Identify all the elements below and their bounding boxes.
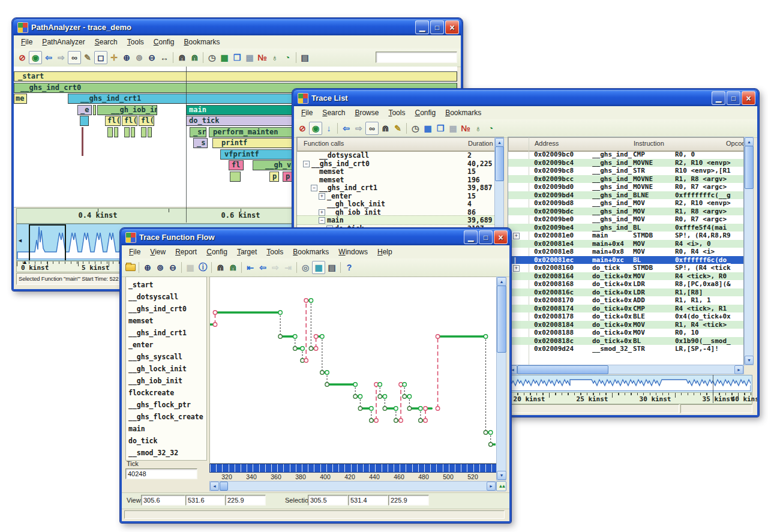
find-next-icon[interactable]: ⋒ bbox=[188, 52, 200, 64]
function-item-ghiobinit[interactable]: __gh_iob_init bbox=[128, 375, 205, 387]
call-row-memset[interactable]: memset196 bbox=[297, 176, 495, 184]
instr-row-0x02009bc8[interactable]: 0x02009bc8__ghs_ind_crSTRR10 <envp>,[R1 bbox=[508, 167, 743, 175]
go-last-icon[interactable]: ⇥ bbox=[282, 262, 294, 273]
function-flow-chart[interactable] bbox=[209, 276, 497, 464]
flame-box--start[interactable]: _start bbox=[14, 71, 457, 82]
close-button[interactable]: × bbox=[742, 91, 755, 105]
menu-help[interactable]: Help bbox=[373, 247, 397, 257]
minimize-button[interactable]: ▁ bbox=[712, 91, 725, 105]
instr-row-0x02009bc0[interactable]: 0x02009bc0__ghs_ind_crCMPR0, 0 bbox=[508, 151, 743, 159]
measure-icon[interactable]: ✎ bbox=[82, 52, 94, 64]
instr-horizontal-scrollbar[interactable]: ◄ ► bbox=[508, 365, 744, 374]
flame-box-fl-[interactable]: fl( bbox=[122, 116, 137, 126]
collapse-icon[interactable]: − bbox=[319, 217, 325, 224]
zoom-select-icon[interactable]: ⊚ bbox=[154, 262, 166, 273]
flame-box--gh-iob-ini[interactable]: __gh_iob_ini bbox=[97, 105, 157, 115]
scroll-down-icon[interactable]: ▼ bbox=[497, 471, 506, 480]
instruction-header[interactable]: AddressInstructionOpcode bbox=[508, 137, 744, 152]
calls-col-function[interactable]: Function calls bbox=[304, 140, 344, 147]
instr-row-0x02009be4[interactable]: 0x02009be4__ghs_ind_crBL0xfffe5f4(mai bbox=[508, 224, 743, 232]
call-row-main[interactable]: −main39,689 bbox=[297, 216, 495, 224]
flame-box-fl-[interactable]: fl( bbox=[105, 116, 121, 126]
expand-icon[interactable]: + bbox=[319, 193, 325, 200]
menu-bookmarks[interactable]: Bookmarks bbox=[440, 107, 486, 118]
scroll-up-icon[interactable]: ▲ bbox=[497, 277, 506, 286]
sort-123-icon[interactable]: № bbox=[460, 122, 472, 134]
function-item-ghsflockptr[interactable]: __ghs_flock_ptr bbox=[128, 399, 205, 411]
flame-box[interactable] bbox=[230, 172, 241, 182]
view-field-1[interactable] bbox=[185, 495, 225, 506]
info-icon[interactable]: ⓘ bbox=[197, 262, 209, 273]
scroll-right-icon[interactable]: ► bbox=[487, 482, 496, 491]
function-item-start[interactable]: _start bbox=[128, 279, 205, 291]
view-field-0[interactable] bbox=[141, 495, 185, 506]
menu-windows[interactable]: Windows bbox=[334, 247, 373, 257]
flame-box[interactable] bbox=[114, 127, 118, 137]
call-row-__ghs_ind_crt1[interactable]: −__ghs_ind_crt139,887 bbox=[297, 184, 495, 192]
scroll-right-icon[interactable]: ► bbox=[734, 365, 743, 374]
menu-file[interactable]: File bbox=[296, 107, 317, 118]
function-item-ghsflockcreate[interactable]: __ghs_flock_create bbox=[128, 411, 205, 423]
sync-down-icon[interactable]: ↓ bbox=[323, 122, 335, 134]
function-calls-header[interactable]: Function callsDuration bbox=[297, 137, 503, 152]
forward-icon[interactable]: ⇨ bbox=[353, 122, 365, 134]
flame-box[interactable] bbox=[82, 138, 83, 156]
menu-bookmarks[interactable]: Bookmarks bbox=[288, 247, 334, 257]
close-button[interactable]: × bbox=[445, 20, 459, 34]
selection-field-1[interactable] bbox=[348, 495, 388, 506]
instr-row-0x02009bd4[interactable]: 0x02009bd4__ghs_ind_crBLNE0xfffffffc(__g bbox=[508, 191, 743, 200]
flame-box--sr[interactable]: _sr bbox=[190, 127, 206, 137]
collapse-icon[interactable]: − bbox=[303, 161, 310, 167]
function-item-ghssyscall[interactable]: __ghs_syscall bbox=[128, 351, 205, 363]
expand-icon[interactable]: + bbox=[513, 265, 520, 272]
grid-icon[interactable]: ▩ bbox=[447, 122, 459, 134]
minimize-button[interactable]: ▁ bbox=[464, 230, 478, 244]
call-row-_enter[interactable]: +_enter15 bbox=[297, 192, 495, 200]
menu-bookmarks[interactable]: Bookmarks bbox=[179, 37, 225, 47]
menu-pathanalyzer[interactable]: PathAnalyzer bbox=[37, 37, 89, 47]
call-row-__gh_iob_init[interactable]: +__gh_iob_init86 bbox=[297, 208, 495, 217]
instr-row-0x0200818c[interactable]: 0x0200818cdo_tick+0x2cBL0x1b90(__smod_ bbox=[508, 337, 743, 345]
function-item-main[interactable]: main bbox=[128, 423, 205, 435]
scroll-thumb[interactable] bbox=[745, 146, 754, 189]
edit-pencil-icon[interactable]: ✎ bbox=[392, 122, 404, 134]
maximize-button[interactable]: □ bbox=[479, 230, 493, 244]
instr-row-0x02008188[interactable]: 0x02008188do_tick+0x28MOVR0, 10 bbox=[508, 329, 743, 337]
find-next-icon[interactable]: ⋒ bbox=[227, 262, 239, 273]
go-back-icon[interactable]: ⇦ bbox=[257, 262, 269, 273]
menu-tools[interactable]: Tools bbox=[122, 37, 149, 47]
close-button[interactable]: × bbox=[494, 230, 508, 244]
scroll-thumb[interactable] bbox=[220, 482, 228, 491]
instr-row-0x02009be0[interactable]: 0x02009be0__ghs_ind_crMOVR0, R7 <argc> bbox=[508, 215, 743, 224]
instr-row-0x02008168[interactable]: 0x02008168do_tick+0x8LDRR8,[PC,0xa8](& bbox=[508, 280, 743, 288]
clock-icon[interactable]: ◔ bbox=[485, 122, 497, 134]
back-icon[interactable]: ⇦ bbox=[340, 122, 352, 134]
flame-box-fl[interactable]: fl bbox=[229, 160, 244, 170]
timer-icon[interactable]: ◷ bbox=[409, 122, 421, 134]
expand-icon[interactable]: + bbox=[319, 209, 325, 216]
scroll-up-icon[interactable]: ▲ bbox=[745, 137, 754, 146]
menu-config[interactable]: Config bbox=[149, 37, 179, 47]
sort-123-icon[interactable]: № bbox=[256, 52, 268, 64]
function-item-dotsyscall[interactable]: __dotsyscall bbox=[128, 291, 205, 303]
instr-row-0x02008174[interactable]: 0x02008174do_tick+0x14CMPR4 <tick>, R1 bbox=[508, 305, 743, 313]
scroll-left-icon[interactable]: ◄ bbox=[210, 482, 219, 491]
open-folder-icon[interactable] bbox=[124, 262, 136, 273]
menu-search[interactable]: Search bbox=[317, 107, 350, 118]
link-icon[interactable]: ∞ bbox=[365, 122, 379, 135]
find-icon[interactable]: ⋒ bbox=[214, 262, 226, 273]
instr-row-0x02008164[interactable]: 0x02008164do_tick+0x4MOVR4 <tick>, R0 bbox=[508, 272, 743, 281]
back-icon[interactable]: ⇦ bbox=[43, 52, 55, 64]
function-item-ghsindcrt0[interactable]: __ghs_ind_crt0 bbox=[128, 303, 205, 315]
maximize-button[interactable]: □ bbox=[727, 91, 740, 105]
scroll-thumb[interactable] bbox=[497, 285, 506, 353]
view-field-2[interactable] bbox=[225, 495, 266, 506]
overview-mountain-icon[interactable]: ▲▲ bbox=[496, 481, 506, 491]
maximize-button[interactable]: □ bbox=[430, 20, 444, 34]
zoom-region-icon[interactable]: ◻ bbox=[94, 51, 107, 64]
link-icon[interactable]: ∞ bbox=[68, 51, 81, 64]
flow-view-icon[interactable]: ▦ bbox=[312, 261, 325, 274]
profile-icon[interactable]: ▦ bbox=[218, 52, 230, 64]
instr-row-0x02009bcc[interactable]: 0x02009bcc__ghs_ind_crMOVNER1, R8 <argv> bbox=[508, 175, 743, 184]
instr-row-0x02008170[interactable]: 0x02008170do_tick+0x10ADDR1, R1, 1 bbox=[508, 296, 743, 305]
